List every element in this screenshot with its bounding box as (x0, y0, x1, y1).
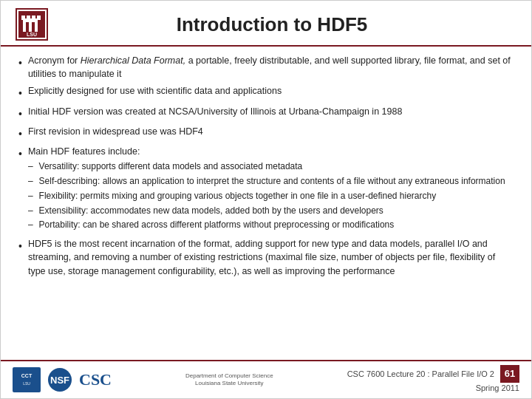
svg-rect-8 (27, 16, 30, 20)
sub-dash: – (28, 219, 33, 231)
svg-text:CCT: CCT (21, 373, 33, 378)
svg-rect-3 (23, 21, 26, 32)
bullet-dot: • (18, 55, 22, 70)
sub-item-text: Portability: can be shared across differ… (39, 219, 395, 231)
bullet-dot: • (18, 239, 22, 253)
svg-rect-7 (21, 16, 25, 20)
sub-dash: – (28, 175, 33, 188)
footer-right: CSC 7600 Lecture 20 : Parallel File I/O … (347, 365, 519, 394)
list-item: • Acronym for Hierarchical Data Format, … (18, 54, 514, 81)
footer-lecture: CSC 7600 Lecture 20 : Parallel File I/O … (347, 369, 494, 380)
sub-item-text: Extensibility: accommodates new data mod… (39, 205, 383, 217)
header-bar: LSU Introduction to HDF5 (1, 1, 531, 47)
bullet-text: Initial HDF version was created at NCSA/… (28, 105, 514, 118)
slide-title: Introduction to HDF5 (60, 13, 516, 36)
sub-list-item: – Portability: can be shared across diff… (28, 219, 514, 231)
svg-rect-12 (13, 367, 41, 392)
list-item: • Main HDF features include: – Versatili… (18, 145, 514, 233)
list-item: • Initial HDF version was created at NCS… (18, 105, 514, 121)
footer-center-text: Department of Computer Science Louisiana… (185, 372, 273, 388)
csc-logo: CSC (79, 370, 112, 389)
svg-rect-5 (35, 21, 38, 32)
svg-rect-9 (32, 16, 35, 20)
bullet-text: Acronym for Hierarchical Data Format, a … (28, 54, 514, 81)
sub-dash: – (28, 190, 33, 202)
sub-item-text: Flexibility: permits mixing and grouping… (39, 190, 437, 202)
nsf-label: NSF (50, 375, 69, 386)
nsf-logo: NSF (48, 368, 72, 392)
bullet-text: Explicitly designed for use with scienti… (28, 84, 514, 98)
footer-lecture-row: CSC 7600 Lecture 20 : Parallel File I/O … (347, 365, 519, 383)
list-item: • Explicitly designed for use with scien… (18, 84, 514, 100)
slide-content: • Acronym for Hierarchical Data Format, … (1, 47, 531, 360)
footer-univ: Louisiana State University (185, 380, 273, 387)
sub-item-text: Self-describing: allows an application t… (39, 175, 505, 188)
list-item: • First revision in widespread use was H… (18, 125, 514, 141)
italic-text: Hierarchical Data Format, (81, 55, 185, 66)
svg-text:LSU: LSU (23, 381, 30, 386)
bullet-dot: • (18, 106, 22, 121)
main-bullet-list: • Acronym for Hierarchical Data Format, … (18, 54, 514, 278)
svg-rect-10 (37, 16, 41, 20)
cct-logo-box: CCT LSU (13, 367, 41, 392)
bullet-dot: • (18, 126, 22, 141)
sub-list-item: – Self-describing: allows an application… (28, 175, 514, 188)
footer-semester: Spring 2011 (347, 383, 519, 394)
bullet-text: First revision in widespread use was HDF… (28, 125, 514, 138)
bullet-text: Main HDF features include: – Versatility… (28, 145, 514, 233)
lsu-logo: LSU (16, 8, 48, 41)
bullet-dot: • (18, 146, 22, 161)
page-number: 61 (500, 365, 519, 383)
footer: CCT LSU NSF CSC Department of Computer S… (1, 360, 531, 398)
sub-dash: – (28, 160, 33, 173)
svg-rect-4 (29, 21, 32, 32)
sub-item-text: Versatility: supports different data mod… (39, 160, 303, 173)
footer-logos: CCT LSU NSF CSC (13, 367, 112, 392)
list-item: • HDF5 is the most recent incarnation of… (18, 237, 514, 277)
slide: LSU Introduction to HDF5 • Acronym for H… (0, 0, 532, 399)
bullet-text: HDF5 is the most recent incarnation of t… (28, 237, 514, 277)
sub-list-item: – Versatility: supports different data m… (28, 160, 514, 173)
sub-list-item: – Extensibility: accommodates new data m… (28, 205, 514, 217)
sub-bullet-list: – Versatility: supports different data m… (28, 160, 514, 231)
sub-list-item: – Flexibility: permits mixing and groupi… (28, 190, 514, 202)
bullet-dot: • (18, 86, 22, 100)
cct-logo: CCT LSU (13, 367, 41, 392)
footer-dept: Department of Computer Science (185, 372, 273, 380)
sub-dash: – (28, 205, 33, 217)
svg-text:LSU: LSU (27, 32, 37, 37)
